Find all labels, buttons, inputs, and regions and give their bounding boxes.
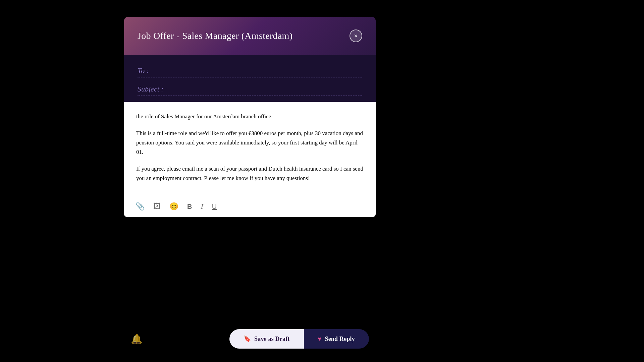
to-field-row: To : bbox=[138, 62, 362, 77]
bottom-bar: 🔔 🔖 Save as Draft ♥ Send Reply bbox=[124, 329, 376, 349]
bookmark-icon: 🔖 bbox=[244, 335, 251, 343]
emoji-icon[interactable]: 😊 bbox=[168, 201, 180, 212]
email-paragraph-2: If you agree, please email me a scan of … bbox=[136, 164, 364, 183]
email-body-text[interactable]: the role of Sales Manager for our Amster… bbox=[136, 112, 364, 183]
to-label: To : bbox=[138, 66, 168, 75]
subject-label: Subject : bbox=[138, 85, 168, 94]
modal-title: Job Offer - Sales Manager (Amsterdam) bbox=[138, 31, 292, 41]
save-draft-button[interactable]: 🔖 Save as Draft bbox=[229, 329, 304, 349]
attachment-icon[interactable]: 📎 bbox=[134, 201, 146, 212]
send-reply-label: Send Reply bbox=[325, 336, 355, 343]
modal-header: Job Offer - Sales Manager (Amsterdam) × bbox=[124, 17, 376, 55]
underline-icon[interactable]: U bbox=[211, 201, 218, 212]
email-toolbar: 📎 🖼 😊 B I U bbox=[124, 196, 376, 217]
italic-icon[interactable]: I bbox=[199, 201, 204, 212]
heart-icon: ♥ bbox=[318, 336, 322, 343]
to-input[interactable] bbox=[168, 68, 362, 74]
email-paragraph-1: This is a full-time role and we'd like t… bbox=[136, 129, 364, 157]
subject-field-row: Subject : bbox=[138, 80, 362, 96]
close-button[interactable]: × bbox=[350, 29, 362, 42]
email-modal: Job Offer - Sales Manager (Amsterdam) × … bbox=[124, 17, 376, 217]
send-reply-button[interactable]: ♥ Send Reply bbox=[304, 329, 369, 349]
fields-area: To : Subject : bbox=[124, 55, 376, 102]
save-draft-label: Save as Draft bbox=[254, 336, 290, 343]
email-body-container: the role of Sales Manager for our Amster… bbox=[124, 102, 376, 196]
subject-input[interactable] bbox=[168, 86, 362, 92]
bold-icon[interactable]: B bbox=[186, 201, 193, 212]
image-icon[interactable]: 🖼 bbox=[152, 201, 162, 212]
action-buttons: 🔖 Save as Draft ♥ Send Reply bbox=[229, 329, 369, 349]
bell-icon[interactable]: 🔔 bbox=[131, 334, 143, 345]
email-paragraph-0: the role of Sales Manager for our Amster… bbox=[136, 112, 364, 121]
